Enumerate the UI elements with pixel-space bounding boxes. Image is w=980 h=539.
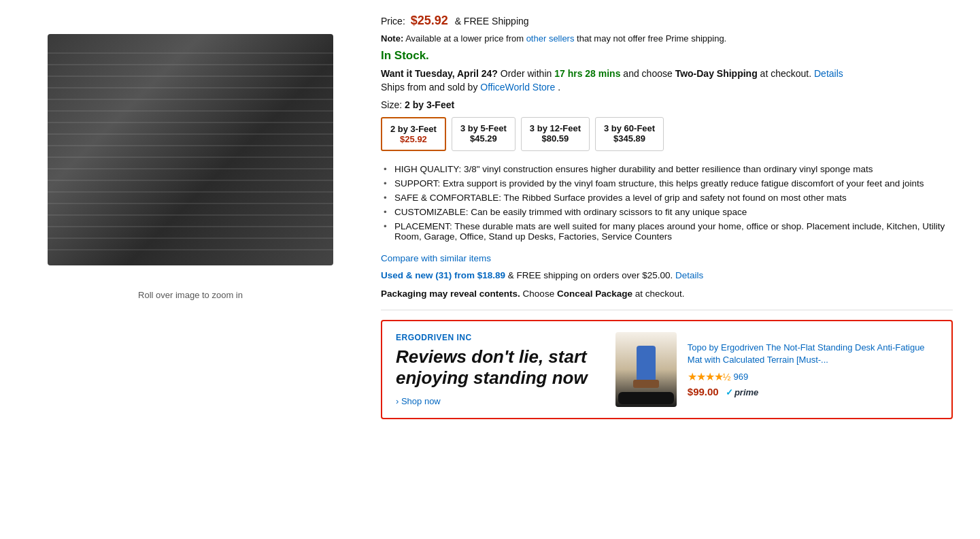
note-label: Note: [381,33,403,44]
size-option-2x3-price: $25.92 [390,134,437,144]
sold-by-period: . [558,82,560,93]
packaging-choose: Choose [523,289,557,299]
ad-product-section: Topo by Ergodriven The Not-Flat Standing… [688,342,938,397]
delivery-row: Want it Tuesday, April 24? Order within … [381,68,953,79]
in-stock-status: In Stock. [381,49,953,63]
person-silhouette [633,346,659,388]
right-panel: Price: $25.92 & FREE Shipping Note: Avai… [367,7,966,426]
product-image[interactable] [48,34,333,265]
size-label: Size: [381,99,405,110]
note-text2: that may not offer free Prime shipping. [577,33,726,44]
size-option-3x60-price: $345.89 [604,133,655,144]
delivery-middle: Order within [501,68,554,79]
ad-price-value: $99.00 [688,386,719,397]
price-value: $25.92 [411,14,448,27]
note-row: Note: Available at a lower price from ot… [381,33,953,44]
price-row: Price: $25.92 & FREE Shipping [381,14,953,28]
delivery-time: 17 hrs 28 mins [554,68,620,79]
size-selected: 2 by 3-Feet [405,99,454,110]
used-new-row: Used & new (31) from $18.89 & FREE shipp… [381,270,953,280]
prime-text: prime [734,387,758,397]
used-new-link[interactable]: Used & new (31) from $18.89 [381,270,505,280]
size-option-2x3[interactable]: 2 by 3-Feet $25.92 [381,117,446,151]
size-option-3x60[interactable]: 3 by 60-Feet $345.89 [595,117,664,151]
ad-mat-image [615,332,677,407]
compare-similar-link[interactable]: Compare with similar items [381,253,953,263]
size-row: Size: 2 by 3-Feet [381,99,953,110]
free-shipping: & FREE Shipping [455,16,529,27]
prime-badge: ✓ prime [726,387,758,397]
delivery-option: Two-Day Shipping [675,68,758,79]
packaging-row: Packaging may reveal contents. Choose Co… [381,289,953,299]
ad-rating-row: ★★★★ ½ 969 [688,370,938,383]
other-sellers-link[interactable]: other sellers [526,33,575,44]
price-label: Price: [381,16,405,27]
delivery-details-link[interactable]: Details [814,68,843,79]
roll-over-hint: Roll over image to zoom in [138,290,243,300]
conceal-package: Conceal Package [557,289,632,299]
used-new-details-link[interactable]: Details [675,270,703,280]
used-new-suffix: & FREE shipping on orders over $25.00. [508,270,673,280]
delivery-date: Tuesday, April 24? [415,68,498,79]
size-option-3x5-price: $45.29 [460,133,507,144]
size-option-3x5-name: 3 by 5-Feet [460,123,507,133]
bullet-4: CUSTOMIZABLE: Can be easily trimmed with… [381,205,953,219]
mat-base [618,392,674,404]
delivery-suffix: and choose [623,68,675,79]
ad-shop-link[interactable]: › Shop now [396,396,441,406]
bullet-2: SUPPORT: Extra support is provided by th… [381,176,953,191]
ad-stars: ★★★★ [688,370,723,383]
legs [637,346,656,380]
size-option-3x12[interactable]: 3 by 12-Feet $80.59 [521,117,590,151]
delivery-prefix: Want it [381,68,415,79]
size-option-3x5[interactable]: 3 by 5-Feet $45.29 [452,117,516,151]
product-image-container [44,20,337,279]
ad-product-title-link[interactable]: Topo by Ergodriven The Not-Flat Standing… [688,342,938,366]
ad-image-section [615,332,677,407]
bullet-1: HIGH QUALITY: 3/8" vinyl construction en… [381,162,953,176]
size-option-3x60-name: 3 by 60-Feet [604,123,655,133]
seller-link[interactable]: OfficeWorld Store [480,82,555,93]
bullet-5: PLACEMENT: These durable mats are well s… [381,219,953,244]
divider [381,310,953,310]
packaging-text3: at checkout. [635,289,685,299]
ad-headline: Reviews don't lie, start enjoying standi… [396,346,605,389]
delivery-suffix2: at checkout. [760,68,812,79]
left-panel: Roll over image to zoom in [14,7,367,426]
shoes [633,380,659,388]
prime-check-icon: ✓ [726,387,733,397]
ad-half-star: ½ [723,372,731,382]
note-text: Available at a lower price from [405,33,526,44]
ad-banner: ERGODRIVEN INC Reviews don't lie, start … [381,320,953,419]
ad-text-section: ERGODRIVEN INC Reviews don't lie, start … [396,333,605,406]
sold-by-row: Ships from and sold by OfficeWorld Store… [381,82,953,93]
bullet-3: SAFE & COMFORTABLE: The Ribbed Surface p… [381,191,953,205]
size-option-3x12-price: $80.59 [530,133,581,144]
ad-review-count[interactable]: 969 [734,372,749,382]
size-option-3x12-name: 3 by 12-Feet [530,123,581,133]
size-option-2x3-name: 2 by 3-Feet [390,124,437,134]
packaging-bold: Packaging may reveal contents. [381,289,520,299]
ships-from-text: Ships from and sold by [381,82,480,93]
size-options: 2 by 3-Feet $25.92 3 by 5-Feet $45.29 3 … [381,117,953,151]
ad-price-row: $99.00 ✓ prime [688,386,938,397]
feature-bullet-list: HIGH QUALITY: 3/8" vinyl construction en… [381,162,953,244]
ad-brand: ERGODRIVEN INC [396,333,605,342]
